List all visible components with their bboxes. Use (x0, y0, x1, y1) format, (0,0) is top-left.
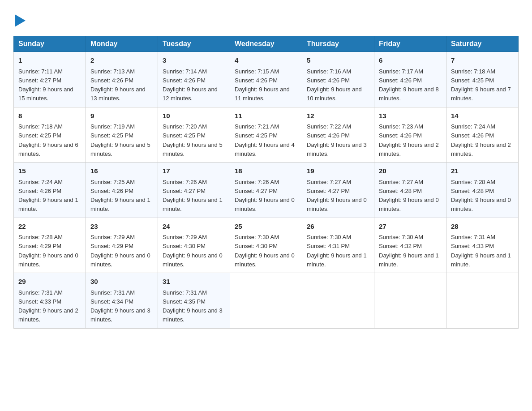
calendar-body: 1Sunrise: 7:11 AMSunset: 4:27 PMDaylight… (14, 52, 519, 329)
calendar-cell: 4Sunrise: 7:15 AMSunset: 4:26 PMDaylight… (230, 52, 302, 107)
day-number: 10 (163, 111, 225, 121)
day-info: Sunrise: 7:18 AMSunset: 4:25 PMDaylight:… (18, 123, 78, 157)
calendar-cell (302, 273, 374, 329)
calendar-cell: 31Sunrise: 7:31 AMSunset: 4:35 PMDayligh… (158, 273, 230, 329)
day-info: Sunrise: 7:30 AMSunset: 4:31 PMDaylight:… (307, 234, 367, 268)
day-header-friday: Friday (374, 36, 446, 52)
day-info: Sunrise: 7:31 AMSunset: 4:33 PMDaylight:… (451, 234, 511, 268)
day-info: Sunrise: 7:23 AMSunset: 4:26 PMDaylight:… (379, 123, 439, 157)
day-info: Sunrise: 7:21 AMSunset: 4:25 PMDaylight:… (235, 123, 295, 157)
calendar-cell (446, 273, 519, 329)
day-header-monday: Monday (86, 36, 158, 52)
calendar-cell: 30Sunrise: 7:31 AMSunset: 4:34 PMDayligh… (86, 273, 158, 329)
day-number: 22 (18, 222, 81, 232)
day-number: 2 (90, 56, 153, 66)
calendar-cell: 29Sunrise: 7:31 AMSunset: 4:33 PMDayligh… (14, 273, 86, 329)
day-number: 12 (307, 111, 369, 121)
calendar-cell: 12Sunrise: 7:22 AMSunset: 4:26 PMDayligh… (302, 107, 374, 163)
calendar-cell: 15Sunrise: 7:24 AMSunset: 4:26 PMDayligh… (14, 163, 86, 218)
day-info: Sunrise: 7:25 AMSunset: 4:26 PMDaylight:… (90, 179, 150, 213)
calendar-table: SundayMondayTuesdayWednesdayThursdayFrid… (13, 36, 519, 329)
calendar-cell: 8Sunrise: 7:18 AMSunset: 4:25 PMDaylight… (14, 107, 86, 163)
day-number: 14 (451, 111, 514, 121)
calendar-cell: 1Sunrise: 7:11 AMSunset: 4:27 PMDaylight… (14, 52, 86, 107)
calendar-cell: 5Sunrise: 7:16 AMSunset: 4:26 PMDaylight… (302, 52, 374, 107)
calendar-cell: 10Sunrise: 7:20 AMSunset: 4:25 PMDayligh… (158, 107, 230, 163)
day-number: 23 (90, 222, 153, 232)
day-number: 15 (18, 166, 81, 176)
day-info: Sunrise: 7:29 AMSunset: 4:29 PMDaylight:… (90, 234, 150, 268)
day-number: 27 (379, 222, 442, 232)
calendar-cell: 6Sunrise: 7:17 AMSunset: 4:26 PMDaylight… (374, 52, 446, 107)
week-row-1: 1Sunrise: 7:11 AMSunset: 4:27 PMDaylight… (14, 52, 519, 107)
day-number: 11 (235, 111, 297, 121)
day-info: Sunrise: 7:30 AMSunset: 4:32 PMDaylight:… (379, 234, 439, 268)
day-number: 21 (451, 166, 514, 176)
calendar-cell: 9Sunrise: 7:19 AMSunset: 4:25 PMDaylight… (86, 107, 158, 163)
day-info: Sunrise: 7:20 AMSunset: 4:25 PMDaylight:… (163, 123, 223, 157)
day-info: Sunrise: 7:15 AMSunset: 4:26 PMDaylight:… (235, 68, 290, 102)
day-number: 31 (163, 277, 225, 287)
day-info: Sunrise: 7:17 AMSunset: 4:26 PMDaylight:… (379, 68, 439, 102)
day-info: Sunrise: 7:18 AMSunset: 4:25 PMDaylight:… (451, 68, 511, 102)
day-header-tuesday: Tuesday (158, 36, 230, 52)
day-number: 26 (307, 222, 369, 232)
week-row-3: 15Sunrise: 7:24 AMSunset: 4:26 PMDayligh… (14, 163, 519, 218)
week-row-5: 29Sunrise: 7:31 AMSunset: 4:33 PMDayligh… (14, 273, 519, 329)
day-info: Sunrise: 7:31 AMSunset: 4:33 PMDaylight:… (18, 289, 78, 323)
day-info: Sunrise: 7:11 AMSunset: 4:27 PMDaylight:… (18, 68, 73, 102)
calendar-cell: 3Sunrise: 7:14 AMSunset: 4:26 PMDaylight… (158, 52, 230, 107)
day-number: 29 (18, 277, 81, 287)
calendar-cell: 18Sunrise: 7:26 AMSunset: 4:27 PMDayligh… (230, 163, 302, 218)
day-info: Sunrise: 7:13 AMSunset: 4:26 PMDaylight:… (90, 68, 146, 102)
day-info: Sunrise: 7:30 AMSunset: 4:30 PMDaylight:… (235, 234, 295, 268)
calendar-cell (374, 273, 446, 329)
calendar-cell (230, 273, 302, 329)
day-number: 19 (307, 166, 369, 176)
calendar-cell: 28Sunrise: 7:31 AMSunset: 4:33 PMDayligh… (446, 218, 519, 273)
calendar-cell: 21Sunrise: 7:28 AMSunset: 4:28 PMDayligh… (446, 163, 519, 218)
day-number: 25 (235, 222, 297, 232)
day-info: Sunrise: 7:14 AMSunset: 4:26 PMDaylight:… (163, 68, 218, 102)
calendar-cell: 13Sunrise: 7:23 AMSunset: 4:26 PMDayligh… (374, 107, 446, 163)
day-info: Sunrise: 7:31 AMSunset: 4:35 PMDaylight:… (163, 289, 223, 323)
day-info: Sunrise: 7:28 AMSunset: 4:28 PMDaylight:… (451, 179, 511, 213)
day-number: 30 (90, 277, 153, 287)
day-info: Sunrise: 7:29 AMSunset: 4:30 PMDaylight:… (163, 234, 223, 268)
day-info: Sunrise: 7:16 AMSunset: 4:26 PMDaylight:… (307, 68, 362, 102)
calendar-cell: 20Sunrise: 7:27 AMSunset: 4:28 PMDayligh… (374, 163, 446, 218)
day-info: Sunrise: 7:19 AMSunset: 4:25 PMDaylight:… (90, 123, 150, 157)
day-number: 20 (379, 166, 442, 176)
day-number: 5 (307, 56, 369, 66)
day-header-saturday: Saturday (446, 36, 519, 52)
day-info: Sunrise: 7:26 AMSunset: 4:27 PMDaylight:… (163, 179, 223, 213)
day-number: 17 (163, 166, 225, 176)
day-info: Sunrise: 7:28 AMSunset: 4:29 PMDaylight:… (18, 234, 78, 268)
day-header-wednesday: Wednesday (230, 36, 302, 52)
day-number: 28 (451, 222, 514, 232)
calendar-cell: 17Sunrise: 7:26 AMSunset: 4:27 PMDayligh… (158, 163, 230, 218)
calendar-cell: 24Sunrise: 7:29 AMSunset: 4:30 PMDayligh… (158, 218, 230, 273)
day-number: 7 (451, 56, 514, 66)
day-info: Sunrise: 7:22 AMSunset: 4:26 PMDaylight:… (307, 123, 367, 157)
calendar-cell: 14Sunrise: 7:24 AMSunset: 4:26 PMDayligh… (446, 107, 519, 163)
day-number: 4 (235, 56, 297, 66)
logo-arrow-icon (15, 14, 26, 27)
calendar-cell: 7Sunrise: 7:18 AMSunset: 4:25 PMDaylight… (446, 52, 519, 107)
calendar-cell: 25Sunrise: 7:30 AMSunset: 4:30 PMDayligh… (230, 218, 302, 273)
day-number: 9 (90, 111, 153, 121)
calendar-cell: 27Sunrise: 7:30 AMSunset: 4:32 PMDayligh… (374, 218, 446, 273)
days-of-week-row: SundayMondayTuesdayWednesdayThursdayFrid… (14, 36, 519, 52)
calendar-cell: 23Sunrise: 7:29 AMSunset: 4:29 PMDayligh… (86, 218, 158, 273)
day-info: Sunrise: 7:24 AMSunset: 4:26 PMDaylight:… (451, 123, 511, 157)
calendar-cell: 16Sunrise: 7:25 AMSunset: 4:26 PMDayligh… (86, 163, 158, 218)
calendar-cell: 26Sunrise: 7:30 AMSunset: 4:31 PMDayligh… (302, 218, 374, 273)
week-row-2: 8Sunrise: 7:18 AMSunset: 4:25 PMDaylight… (14, 107, 519, 163)
calendar-header: SundayMondayTuesdayWednesdayThursdayFrid… (14, 36, 519, 52)
day-number: 1 (18, 56, 81, 66)
day-number: 3 (163, 56, 225, 66)
day-header-thursday: Thursday (302, 36, 374, 52)
day-number: 8 (18, 111, 81, 121)
week-row-4: 22Sunrise: 7:28 AMSunset: 4:29 PMDayligh… (14, 218, 519, 273)
day-number: 6 (379, 56, 442, 66)
